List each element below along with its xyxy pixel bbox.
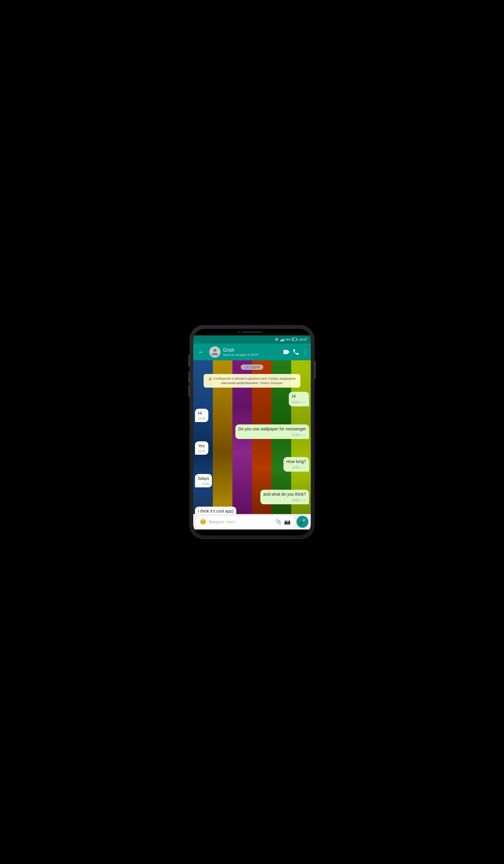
bottom-nav-bar: [193, 529, 311, 536]
wifi-icon: [275, 338, 279, 341]
contact-status: был(-а) сегодня в 19:07: [223, 353, 281, 357]
message-meta: 19:06: [198, 449, 205, 454]
message-bubble: I think it's cool app) 19:07: [195, 507, 236, 514]
camera-dot: [238, 331, 240, 333]
message-text: Do you use wallpaper for messenger: [238, 427, 306, 431]
camera-button[interactable]: 📷: [284, 518, 291, 525]
notch: [193, 329, 311, 335]
message-row: and what do you think? 19:06 ✓✓: [195, 490, 309, 504]
emoji-button[interactable]: 😊: [200, 518, 206, 525]
avatar-icon: [211, 348, 219, 356]
chat-area: СЕГОДНЯ 🔒 Сообщения и звонки в данном ча…: [193, 360, 311, 514]
status-time: 19:07: [299, 338, 307, 341]
message-time: 19:06: [292, 466, 299, 470]
attach-button[interactable]: 📎: [275, 518, 282, 525]
message-text: Hi: [292, 394, 296, 399]
contact-name: Grish: [223, 347, 281, 353]
svg-rect-2: [297, 339, 297, 340]
read-receipt: ✓✓: [300, 498, 306, 503]
message-bubble: How long? 19:06 ✓✓: [284, 457, 309, 471]
message-time: 19:05: [198, 417, 205, 421]
message-meta: 19:05 ✓✓: [292, 400, 306, 405]
message-time: 19:05: [292, 433, 299, 437]
messages-list: СЕГОДНЯ 🔒 Сообщения и звонки в данном ча…: [193, 360, 311, 514]
message-text: Hi: [198, 411, 202, 416]
message-text: and what do you think?: [263, 492, 306, 496]
message-row: 5days 19:06: [195, 474, 309, 488]
chat-toolbar: ← Grish был(-а) сегодня в 19:07: [193, 344, 311, 360]
message-row: Do you use wallpaper for messenger 19:05…: [195, 424, 309, 439]
message-time: 19:06: [202, 482, 209, 486]
battery-percent: 8%: [286, 338, 291, 341]
input-placeholder[interactable]: Введите текст: [209, 519, 273, 524]
message-row: Hi 19:05 ✓✓: [195, 392, 309, 406]
message-row: Yes 19:06: [195, 441, 309, 455]
message-text: 5days: [198, 476, 209, 481]
mic-icon: 🎤: [299, 518, 306, 525]
message-text: How long?: [286, 459, 306, 464]
message-text: Yes: [198, 443, 205, 448]
status-icons: 8% 19:07: [275, 338, 307, 341]
battery-icon: [292, 338, 297, 341]
phone-call-icon[interactable]: [293, 349, 299, 355]
contact-info[interactable]: Grish был(-а) сегодня в 19:07: [223, 347, 281, 357]
phone-frame: 8% 19:07 ← Grish был(-а) сегодня в 19: [190, 325, 314, 539]
input-area: 😊 Введите текст 📎 📷 🎤: [193, 514, 311, 529]
message-meta: 19:06 ✓✓: [263, 498, 306, 503]
toolbar-actions: ⋮: [283, 349, 308, 355]
message-meta: 19:05 ✓✓: [238, 433, 306, 438]
phone-screen: 8% 19:07 ← Grish был(-а) сегодня в 19: [193, 329, 311, 536]
back-button[interactable]: ←: [196, 347, 207, 357]
message-row: Hi 19:05: [195, 409, 309, 422]
message-row: How long? 19:06 ✓✓: [195, 457, 309, 471]
svg-rect-1: [293, 338, 293, 340]
message-time: 19:06: [198, 449, 205, 454]
speaker-grille: [242, 331, 262, 333]
message-row: I think it's cool app) 19:07: [195, 507, 309, 514]
message-meta: 19:05: [198, 417, 205, 421]
contact-avatar[interactable]: [209, 346, 220, 358]
message-input-box[interactable]: 😊 Введите текст 📎 📷: [196, 516, 295, 528]
signal-icon: [280, 338, 285, 341]
message-bubble: Hi 19:05 ✓✓: [289, 392, 309, 406]
status-bar: 8% 19:07: [193, 335, 311, 344]
message-bubble: Hi 19:05: [195, 409, 208, 422]
message-bubble: Yes 19:06: [195, 441, 208, 455]
message-bubble: 5days 19:06: [195, 474, 212, 488]
message-time: 19:06: [292, 498, 299, 503]
message-bubble: Do you use wallpaper for messenger 19:05…: [236, 424, 309, 439]
message-text: I think it's cool app): [198, 509, 233, 514]
message-meta: 19:06 ✓✓: [286, 465, 306, 470]
read-receipt: ✓✓: [300, 465, 306, 470]
date-divider: СЕГОДНЯ: [241, 364, 263, 370]
system-message: 🔒 Сообщения и звонки в данном чате тепер…: [204, 374, 300, 388]
message-bubble: and what do you think? 19:06 ✓✓: [260, 490, 309, 504]
message-meta: 19:06: [198, 482, 209, 486]
mic-button[interactable]: 🎤: [297, 516, 308, 528]
read-receipt: ✓✓: [300, 400, 306, 405]
video-call-icon[interactable]: [283, 350, 290, 355]
read-receipt: ✓✓: [300, 433, 306, 438]
message-time: 19:05: [292, 400, 299, 405]
more-icon[interactable]: ⋮: [302, 349, 308, 355]
